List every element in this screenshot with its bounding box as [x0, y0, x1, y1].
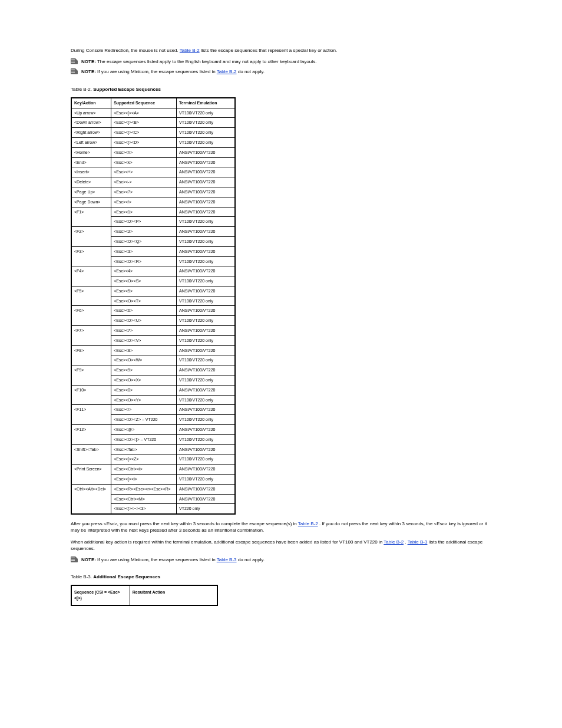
- table-row: <Left arrow><Esc><[><D>VT100/VT220 only: [71, 137, 235, 147]
- cell-seq: <Esc><5>: [111, 286, 177, 296]
- note-row-2: NOTE: If you are using Minicom, the esca…: [71, 68, 491, 75]
- cell-term: VT100/VT220 only: [176, 108, 235, 118]
- cell-seq: <Esc><[><D>: [111, 137, 177, 147]
- cell-term: ANSI/VT100/VT220: [176, 405, 235, 415]
- note-row-3: NOTE: If you are using Minicom, the esca…: [71, 556, 491, 563]
- cell-seq: <Esc><4>: [111, 266, 177, 276]
- th-action: Resultant Action: [130, 585, 217, 605]
- table-row: <F2><Esc><2>ANSI/VT100/VT220: [71, 227, 235, 237]
- link-table-b3-note[interactable]: Table B-3: [217, 557, 237, 562]
- cell-term: VT100/VT220 only: [176, 256, 235, 266]
- cell-key: <F9>: [71, 365, 111, 386]
- table-row: <Up arrow><Esc><[><A>VT100/VT220 only: [71, 108, 235, 118]
- cell-seq: <Esc><1>: [111, 207, 177, 217]
- cell-seq: <Esc><O><Z> – VT220: [111, 415, 177, 425]
- cell-key: <Insert>: [71, 167, 111, 177]
- link-table-b3-p3b[interactable]: Table B-3: [408, 539, 428, 545]
- cell-seq: <Esc><!>: [111, 405, 177, 415]
- cell-seq: <Esc><[><i>: [111, 475, 177, 485]
- cell-term: VT100/VT220 only: [176, 335, 235, 345]
- note-text-3: NOTE: If you are using Minicom, the esca…: [81, 556, 491, 563]
- table-b2-caption: Table B-2. Supported Escape Sequences: [71, 86, 491, 93]
- note-text-1: NOTE: The escape sequences listed apply …: [81, 58, 491, 65]
- table-row: <F9><Esc><9>ANSI/VT100/VT220: [71, 365, 235, 375]
- note-label: NOTE:: [81, 59, 96, 64]
- cell-key: <F11>: [71, 405, 111, 425]
- link-table-b2-p3a[interactable]: Table B-2: [384, 539, 404, 545]
- cell-key: <Print Screen>: [71, 465, 111, 485]
- cell-term: VT100/VT220 only: [176, 217, 235, 227]
- cell-key: <F5>: [71, 286, 111, 306]
- cell-term: ANSI/VT100/VT220: [176, 365, 235, 375]
- cell-seq: <Esc><Tab>: [111, 444, 177, 454]
- table-row: <Ctrl><Alt><Del><Esc><R><Esc><r><Esc><R>…: [71, 484, 235, 494]
- cell-term: VT100/VT220 only: [176, 454, 235, 465]
- cell-seq: <Esc><@>: [111, 425, 177, 435]
- cell-key: <Home>: [71, 147, 111, 157]
- cell-term: VT100/VT220 only: [176, 434, 235, 444]
- note-body-pre: If you are using Minicom, the escape seq…: [96, 69, 217, 74]
- cell-seq: <Esc><Ctrl><i>: [111, 465, 177, 475]
- cell-key: <Shift><Tab>: [71, 444, 111, 465]
- cell-term: VT100/VT220 only: [176, 355, 235, 365]
- cell-seq: <Esc><7>: [111, 326, 177, 336]
- table-row: <Print Screen><Esc><Ctrl><i>ANSI/VT100/V…: [71, 465, 235, 475]
- cell-term: ANSI/VT100/VT220: [176, 187, 235, 197]
- cell-seq: <Esc><O><V>: [111, 335, 177, 345]
- link-table-b2-note[interactable]: Table B-2: [217, 69, 237, 74]
- cell-term: ANSI/VT100/VT220: [176, 345, 235, 355]
- cell-seq: <Esc><+>: [111, 167, 177, 177]
- table-row: <Shift><Tab><Esc><Tab>ANSI/VT100/VT220: [71, 444, 235, 454]
- cell-key: <Up arrow>: [71, 108, 111, 118]
- table-b2: Key/Action Supported Sequence Terminal E…: [71, 97, 236, 515]
- cell-term: VT100/VT220 only: [176, 137, 235, 147]
- cell-term: ANSI/VT100/VT220: [176, 266, 235, 276]
- cell-term: VT100/VT220 only: [176, 236, 235, 246]
- cell-key: <End>: [71, 157, 111, 167]
- cell-seq: <Esc><8>: [111, 345, 177, 355]
- cell-seq: <Esc><O><Q>: [111, 236, 177, 246]
- note-text-2: NOTE: If you are using Minicom, the esca…: [81, 68, 491, 75]
- table-row: <F6><Esc><6>ANSI/VT100/VT220: [71, 306, 235, 316]
- intro-paragraph: During Console Redirection, the mouse is…: [71, 47, 491, 54]
- cell-key: <F6>: [71, 306, 111, 326]
- note-body-post: do not apply.: [237, 69, 265, 74]
- table-row: <F10><Esc><0>ANSI/VT100/VT220: [71, 385, 235, 395]
- cell-seq: <Esc><O><[> – VT220: [111, 434, 177, 444]
- table-caption-title: Additional Escape Sequences: [93, 574, 160, 579]
- cell-term: VT100/VT220 only: [176, 475, 235, 485]
- link-table-b2-intro[interactable]: Table B-2: [180, 48, 200, 53]
- cell-seq: <Esc><O><U>: [111, 316, 177, 326]
- table-row: <Right arrow><Esc><[><C>VT100/VT220 only: [71, 128, 235, 138]
- note3-pre: If you are using Minicom, the escape seq…: [96, 557, 217, 562]
- post-table-paragraph-2: When additional key action is required w…: [71, 539, 491, 552]
- cell-term: ANSI/VT100/VT220: [176, 177, 235, 187]
- cell-seq: <Esc><[><~><3>: [111, 504, 177, 514]
- cell-key: <F3>: [71, 246, 111, 266]
- note-body: The escape sequences listed apply to the…: [96, 59, 317, 64]
- table-row: <Delete><Esc><->ANSI/VT100/VT220: [71, 177, 235, 187]
- cell-term: ANSI/VT100/VT220: [176, 326, 235, 336]
- cell-key: <Ctrl><Alt><Del>: [71, 484, 111, 514]
- cell-seq: <Esc><R><Esc><r><Esc><R>: [111, 484, 177, 494]
- note-icon: [71, 58, 78, 64]
- cell-key: <F4>: [71, 266, 111, 286]
- cell-seq: <Esc><[><C>: [111, 128, 177, 138]
- table-b3: Sequence (CSI = <Esc><[>) Resultant Acti…: [71, 585, 218, 606]
- table-header-row: Key/Action Supported Sequence Terminal E…: [71, 98, 235, 108]
- table-caption-prefix: Table B-2.: [71, 87, 92, 92]
- cell-seq: <Esc><k>: [111, 157, 177, 167]
- note-label: NOTE:: [81, 69, 96, 74]
- cell-term: VT100/VT220 only: [176, 118, 235, 128]
- table-row: <F12><Esc><@>ANSI/VT100/VT220: [71, 425, 235, 435]
- cell-key: <F2>: [71, 227, 111, 247]
- note3-post: do not apply.: [237, 557, 265, 562]
- cell-seq: <Esc><[><Z>: [111, 454, 177, 465]
- cell-key: <Left arrow>: [71, 137, 111, 147]
- cell-term: ANSI/VT100/VT220: [176, 197, 235, 207]
- table-row: <Page Down><Esc></>ANSI/VT100/VT220: [71, 197, 235, 207]
- cell-seq: <Esc><O><S>: [111, 276, 177, 286]
- cell-seq: <Esc></>: [111, 197, 177, 207]
- link-table-b2-p2[interactable]: Table B-2: [298, 521, 318, 526]
- table-row: <Down arrow><Esc><[><B>VT100/VT220 only: [71, 118, 235, 128]
